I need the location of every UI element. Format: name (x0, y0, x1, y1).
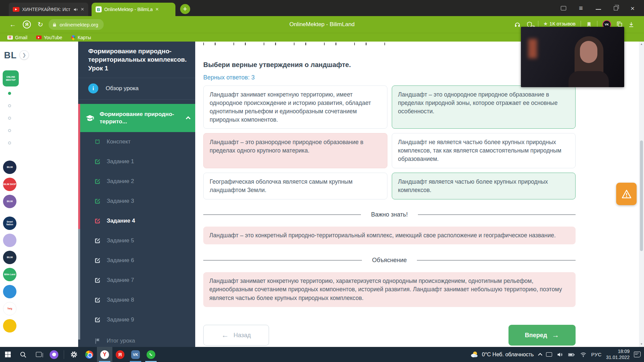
bookmark-maps[interactable]: Карты (71, 35, 91, 40)
minimize-button[interactable] (596, 7, 601, 10)
task-view-icon[interactable] (31, 347, 46, 362)
sidebar-item-task2[interactable]: Задание 2 (78, 172, 195, 191)
app-bilim-dark[interactable]: BILIM (3, 251, 16, 264)
pencil-icon (94, 277, 101, 284)
sidebar-item-task8[interactable]: Задание 8 (78, 290, 195, 310)
clock[interactable]: 18:09 31.01.2022 (606, 349, 630, 360)
app-rail: BL ❯ ONLINE MEKTEP BILIM BILIM SHOP BILI… (0, 42, 78, 362)
answer-option-1[interactable]: Ландшафт занимает конкретную территорию,… (203, 85, 387, 129)
back-icon[interactable]: ← (9, 21, 16, 28)
progress-strip-done (78, 104, 80, 229)
sidebar-item-task9[interactable]: Задание 9 (78, 310, 195, 330)
dot-active[interactable] (8, 92, 11, 95)
browser-tab-bar: ХИНТЕРКАЙФЕК: Ист × B OnlineMektep - Bil… (0, 0, 644, 16)
side-panel-icon[interactable] (561, 6, 566, 10)
address-bar[interactable]: onlinemektep.org (49, 19, 104, 30)
app-yellow[interactable] (3, 319, 16, 333)
rail-expand-button[interactable]: ❯ (19, 50, 29, 60)
weather-widget[interactable]: 0°C Неб. облачность (470, 350, 534, 359)
wifi-icon[interactable] (580, 351, 587, 358)
whatsapp-icon[interactable] (143, 347, 159, 362)
tray-expand-icon[interactable] (538, 353, 543, 357)
question-text: Выбери верные утверждения о ландшафте. (203, 61, 576, 69)
app-smartnation[interactable]: Smart Nation (3, 217, 16, 230)
important-note: Ландшафт – это конкретный природно-терри… (203, 227, 576, 244)
weather-icon (470, 350, 479, 359)
sidebar-item-task6[interactable]: Задание 6 (78, 251, 195, 270)
app-bilimland[interactable]: Bilim Land (3, 268, 16, 281)
important-title: Важно знать! (371, 211, 408, 218)
new-tab-button[interactable]: + (180, 4, 190, 14)
sidebar-item-task5[interactable]: Задание 5 (78, 231, 195, 251)
back-button[interactable]: ←Назад (203, 325, 269, 346)
tab-youtube[interactable]: ХИНТЕРКАЙФЕК: Ист × (9, 3, 88, 16)
sidebar-item-konspekt[interactable]: Конспект (78, 132, 195, 152)
sidebar-section-header[interactable]: Формирование природно-террито... (78, 104, 195, 132)
sidebar-item-task3[interactable]: Задание 3 (78, 191, 195, 211)
pencil-icon (94, 316, 101, 323)
settings-gear-icon[interactable] (66, 347, 82, 362)
answer-option-4[interactable]: Ландшафт не является частью более крупны… (392, 133, 576, 168)
app-blue[interactable] (3, 285, 16, 298)
tab-audio-icon[interactable] (73, 7, 78, 12)
page-scrollbar[interactable]: ▲ ▼ (639, 42, 644, 362)
yandex-browser-icon-active[interactable]: Y (97, 347, 112, 362)
sidebar-item-task1[interactable]: Задание 1 (78, 152, 195, 172)
answer-option-6-selected-correct[interactable]: Ландшафт является частью более крупных п… (392, 173, 576, 199)
onlinemektep-app-tile[interactable]: ONLINE MEKTEP (3, 70, 19, 86)
menu-icon[interactable]: ≡ (579, 4, 583, 12)
dot[interactable] (8, 104, 11, 107)
app-bilim-purple[interactable]: BILIM (3, 195, 16, 208)
vk-app-icon[interactable]: VK (128, 347, 143, 362)
answer-option-2-selected-correct[interactable]: Ландшафт – это однородное природное обра… (392, 85, 576, 129)
bookmark-youtube[interactable]: YouTube (36, 35, 62, 40)
battery-icon[interactable] (568, 351, 576, 358)
dot[interactable] (8, 129, 11, 132)
lesson-sidebar: Формирование природно-территориальных ко… (78, 42, 195, 362)
notification-center-icon[interactable] (634, 352, 641, 357)
bookmark-gmail[interactable]: MGmail (7, 35, 28, 40)
forward-button[interactable]: Вперед→ (508, 325, 576, 346)
dot[interactable] (8, 141, 11, 144)
scrollbar-thumb[interactable] (640, 140, 643, 251)
answer-option-3-selected-wrong[interactable]: Ландшафт – это разнородное природное обр… (203, 133, 387, 168)
chrome-icon[interactable] (82, 347, 97, 362)
warning-triangle-icon (621, 188, 632, 200)
sidebar-item-task4-active[interactable]: Задание 4 (78, 211, 195, 231)
app-twig[interactable]: Twig (3, 302, 16, 315)
chevron-up-icon (186, 116, 191, 121)
webcam-overlay[interactable] (521, 27, 624, 87)
restore-button[interactable] (614, 6, 618, 10)
answer-options: Ландшафт занимает конкретную территорию,… (203, 85, 576, 199)
app-lavender[interactable] (3, 234, 16, 247)
start-button[interactable] (0, 347, 15, 362)
pencil-icon (94, 297, 101, 304)
close-button[interactable]: × (631, 6, 635, 10)
explanation-note: Ландшафт занимает конкретную территорию,… (203, 272, 576, 307)
pencil-icon (94, 237, 101, 244)
scroll-up-arrow[interactable]: ▲ (640, 42, 643, 47)
tab-close-icon[interactable]: × (81, 6, 84, 13)
download-icon[interactable] (628, 21, 635, 28)
tab-onlinemektep-active[interactable]: B OnlineMektep - BilimLa × (92, 3, 175, 16)
screen-cast-icon[interactable] (546, 352, 552, 357)
scroll-down-arrow[interactable]: ▼ (640, 342, 643, 347)
answer-option-5[interactable]: Географическая оболочка является самым к… (203, 173, 387, 199)
refresh-icon[interactable]: ↻ (38, 20, 43, 28)
yandex-logo-icon[interactable]: Я (23, 20, 31, 28)
pencil-icon (94, 178, 101, 185)
sidebar-item-task7[interactable]: Задание 7 (78, 270, 195, 290)
app-bilimshop[interactable]: BILIM SHOP (3, 178, 16, 191)
taskbar-search-icon[interactable] (15, 347, 31, 362)
language-indicator[interactable]: РУС (591, 352, 602, 357)
tab-close-icon[interactable]: × (155, 6, 159, 13)
lock-icon (52, 22, 57, 27)
app-bilim[interactable]: BILIM (3, 161, 16, 174)
headphones-icon[interactable] (514, 21, 521, 28)
yandex-app-icon[interactable]: Я (112, 347, 128, 362)
sidebar-item-overview[interactable]: i Обзор урока (78, 78, 195, 100)
alice-assistant-icon[interactable] (46, 347, 62, 362)
report-problem-button[interactable] (616, 183, 637, 205)
volume-icon[interactable] (556, 351, 563, 358)
dot[interactable] (8, 117, 11, 120)
